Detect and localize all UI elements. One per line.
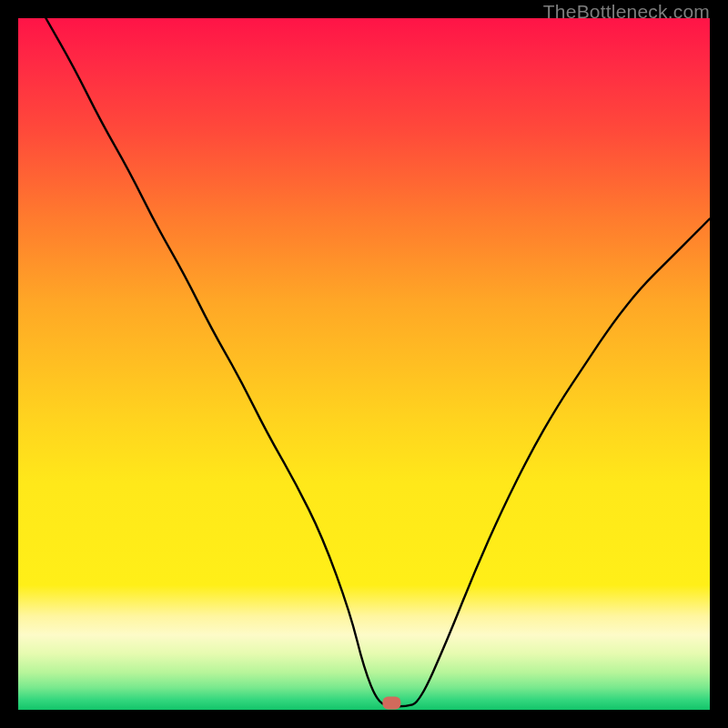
plot-area [18,18,710,710]
chart-frame: TheBottleneck.com [0,0,728,728]
curve-marker [382,696,400,709]
bottleneck-curve [18,18,710,710]
